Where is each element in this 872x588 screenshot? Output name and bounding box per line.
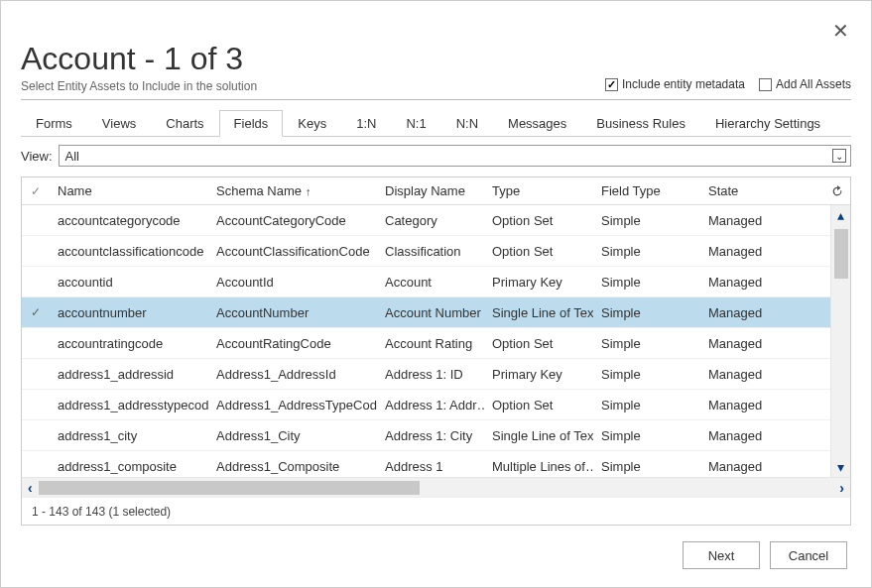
tab-nn[interactable]: N:N (441, 110, 493, 136)
column-header-schema[interactable]: Schema Name↑ (208, 183, 377, 198)
cell-state: Managed (700, 398, 790, 412)
status-bar: 1 - 143 of 143 (1 selected) (22, 497, 850, 525)
table-row[interactable]: ✓accountnumberAccountNumberAccount Numbe… (22, 297, 850, 328)
view-select[interactable]: All ⌄ (59, 145, 851, 167)
cell-state: Managed (700, 213, 790, 228)
cell-fieldtype: Simple (593, 428, 700, 443)
cell-display: Address 1 (377, 459, 484, 474)
cell-fieldtype: Simple (593, 213, 700, 228)
view-select-value: All (65, 149, 79, 164)
table-row[interactable]: accountcategorycodeAccountCategoryCodeCa… (22, 205, 850, 236)
fields-grid: ✓ Name Schema Name↑ Display Name Type Fi… (21, 176, 851, 526)
column-header-type[interactable]: Type (484, 183, 593, 198)
grid-body: accountcategorycodeAccountCategoryCodeCa… (22, 205, 850, 477)
cancel-button[interactable]: Cancel (770, 541, 847, 569)
cell-state: Managed (700, 336, 790, 351)
add-all-assets-label: Add All Assets (776, 77, 851, 91)
column-header-schema-label: Schema Name (216, 183, 302, 198)
page-subtitle: Select Entity Assets to Include in the s… (21, 79, 257, 93)
row-checkbox[interactable]: ✓ (22, 305, 50, 319)
cell-display: Account (377, 275, 484, 290)
column-header-state[interactable]: State (700, 183, 790, 198)
tab-views[interactable]: Views (87, 110, 151, 136)
checkbox-checked-icon (605, 78, 618, 91)
cell-schema: AccountId (208, 275, 377, 290)
tab-hierarchy-settings[interactable]: Hierarchy Settings (700, 110, 835, 136)
cell-state: Managed (700, 367, 790, 382)
cell-type: Single Line of Text (484, 305, 593, 320)
add-all-assets-checkbox[interactable]: Add All Assets (759, 77, 851, 91)
tab-fields[interactable]: Fields (219, 110, 284, 137)
table-row[interactable]: address1_addressidAddress1_AddressIdAddr… (22, 359, 850, 390)
cell-state: Managed (700, 459, 790, 474)
cell-name: accountcategorycode (50, 213, 208, 228)
cell-fieldtype: Simple (593, 244, 700, 259)
cell-name: accountclassificationcode (50, 244, 208, 259)
cell-schema: Address1_City (208, 428, 377, 443)
cell-display: Account Number (377, 305, 484, 320)
cell-schema: Address1_AddressId (208, 367, 377, 382)
cell-name: accountid (50, 275, 208, 290)
cell-display: Classification (377, 244, 484, 259)
tab-business-rules[interactable]: Business Rules (581, 110, 700, 136)
cell-type: Primary Key (484, 275, 593, 290)
hscroll-thumb[interactable] (39, 481, 421, 495)
cell-fieldtype: Simple (593, 336, 700, 351)
scroll-up-icon[interactable]: ▴ (832, 205, 850, 225)
cell-type: Single Line of Text (484, 428, 593, 443)
view-label: View: (21, 149, 53, 164)
cell-name: accountnumber (50, 305, 208, 320)
cell-fieldtype: Simple (593, 275, 700, 290)
table-row[interactable]: accountclassificationcodeAccountClassifi… (22, 236, 850, 267)
tab-forms[interactable]: Forms (21, 110, 87, 136)
table-row[interactable]: address1_addresstypecodeAddress1_Address… (22, 390, 850, 420)
cell-state: Managed (700, 428, 790, 443)
select-all-checkbox[interactable]: ✓ (22, 184, 50, 198)
cell-schema: Address1_AddressTypeCode (208, 398, 377, 412)
chevron-down-icon: ⌄ (832, 149, 846, 163)
sort-ascending-icon: ↑ (306, 185, 311, 197)
cell-name: accountratingcode (50, 336, 208, 351)
horizontal-scrollbar[interactable]: ‹ › (22, 477, 850, 497)
cell-display: Address 1: ID (377, 367, 484, 382)
tab-keys[interactable]: Keys (283, 110, 341, 136)
cell-name: address1_addressid (50, 367, 208, 382)
cell-schema: Address1_Composite (208, 459, 377, 474)
cell-display: Category (377, 213, 484, 228)
refresh-icon[interactable] (830, 184, 844, 198)
include-metadata-label: Include entity metadata (622, 77, 745, 91)
cell-type: Option Set (484, 213, 593, 228)
tab-n1[interactable]: N:1 (391, 110, 440, 136)
page-title: Account - 1 of 3 (21, 41, 257, 77)
include-metadata-checkbox[interactable]: Include entity metadata (605, 77, 745, 91)
scroll-right-icon[interactable]: › (839, 480, 844, 496)
column-header-name[interactable]: Name (50, 183, 208, 198)
table-row[interactable]: address1_compositeAddress1_CompositeAddr… (22, 451, 850, 477)
tab-messages[interactable]: Messages (493, 110, 581, 136)
cell-name: address1_city (50, 428, 208, 443)
close-icon[interactable]: ✕ (832, 19, 849, 43)
tab-1n[interactable]: 1:N (341, 110, 391, 136)
scroll-left-icon[interactable]: ‹ (28, 480, 33, 496)
cell-fieldtype: Simple (593, 367, 700, 382)
cell-display: Address 1: City (377, 428, 484, 443)
cell-state: Managed (700, 244, 790, 259)
cell-name: address1_composite (50, 459, 208, 474)
table-row[interactable]: accountratingcodeAccountRatingCodeAccoun… (22, 328, 850, 359)
table-row[interactable]: address1_cityAddress1_CityAddress 1: Cit… (22, 420, 850, 451)
checkbox-unchecked-icon (759, 78, 772, 91)
cell-schema: AccountClassificationCode (208, 244, 377, 259)
column-header-fieldtype[interactable]: Field Type (593, 183, 700, 198)
tab-charts[interactable]: Charts (151, 110, 218, 136)
cell-type: Multiple Lines of… (484, 459, 593, 474)
grid-header-row: ✓ Name Schema Name↑ Display Name Type Fi… (22, 177, 850, 205)
table-row[interactable]: accountidAccountIdAccountPrimary KeySimp… (22, 267, 850, 297)
cell-fieldtype: Simple (593, 459, 700, 474)
column-header-display[interactable]: Display Name (377, 183, 484, 198)
scroll-thumb[interactable] (834, 229, 848, 279)
scroll-down-icon[interactable]: ▾ (832, 457, 850, 477)
vertical-scrollbar[interactable]: ▴ ▾ (830, 205, 850, 477)
cell-name: address1_addresstypecode (50, 398, 208, 412)
cell-type: Option Set (484, 398, 593, 412)
next-button[interactable]: Next (683, 541, 760, 569)
